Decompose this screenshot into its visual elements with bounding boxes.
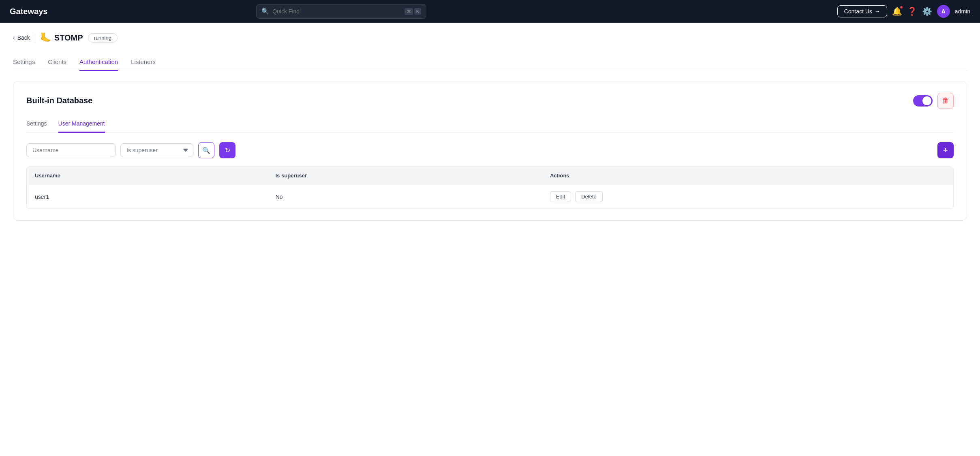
search-bar[interactable]: 🔍 ⌘ K (256, 4, 426, 19)
user-table: Username Is superuser Actions user1 No E… (27, 167, 953, 209)
help-icon[interactable]: ❓ (907, 6, 917, 16)
user-table-wrap: Username Is superuser Actions user1 No E… (26, 166, 954, 209)
col-superuser: Is superuser (267, 167, 542, 185)
trash-icon: 🗑 (942, 96, 949, 105)
admin-label: admin (955, 8, 970, 15)
inner-tab-user-management[interactable]: User Management (58, 117, 105, 133)
main-content: ‹ Back 🦶 STOMP running Settings Clients … (0, 23, 980, 456)
table-row: user1 No Edit Delete (27, 185, 953, 209)
header-divider (35, 33, 35, 43)
topnav: Gateways 🔍 ⌘ K Contact Us → 🔔 ❓ ⚙️ A adm… (0, 0, 980, 23)
search-shortcut: ⌘ K (404, 8, 421, 15)
gateway-name: STOMP (54, 33, 83, 43)
col-username: Username (27, 167, 267, 185)
page-header: ‹ Back 🦶 STOMP running (13, 32, 967, 43)
search-icon: 🔍 (202, 147, 210, 154)
card-header-actions: 🗑 (913, 93, 954, 109)
superuser-filter-select[interactable]: Is superuser Yes No (120, 143, 193, 157)
settings-icon[interactable]: ⚙️ (922, 6, 932, 16)
inner-tabs: Settings User Management (26, 117, 954, 133)
filter-bar: Is superuser Yes No 🔍 ↻ + (26, 142, 954, 158)
table-header-row: Username Is superuser Actions (27, 167, 953, 185)
delete-user-button[interactable]: Delete (575, 191, 603, 202)
app-logo: Gateways (10, 7, 47, 16)
top-tabs: Settings Clients Authentication Listener… (13, 54, 967, 71)
tab-listeners[interactable]: Listeners (131, 54, 156, 71)
stomp-icon: 🦶 (40, 32, 51, 43)
back-button[interactable]: ‹ Back (13, 34, 30, 41)
col-actions: Actions (542, 167, 953, 185)
notification-badge (900, 6, 903, 9)
back-chevron-icon: ‹ (13, 34, 15, 41)
status-badge: running (88, 33, 118, 43)
cell-superuser: No (267, 185, 542, 209)
enable-toggle[interactable] (913, 95, 933, 107)
plus-icon: + (943, 145, 948, 156)
topnav-right: Contact Us → 🔔 ❓ ⚙️ A admin (837, 5, 970, 18)
refresh-icon: ↻ (225, 147, 230, 154)
inner-tab-settings[interactable]: Settings (26, 117, 47, 133)
add-user-button[interactable]: + (937, 142, 954, 158)
username-filter-input[interactable] (26, 143, 116, 157)
cell-actions: Edit Delete (542, 185, 953, 209)
tab-authentication[interactable]: Authentication (79, 54, 118, 71)
search-input[interactable] (272, 8, 401, 15)
avatar[interactable]: A (937, 5, 950, 18)
cell-username: user1 (27, 185, 267, 209)
contact-us-button[interactable]: Contact Us → (837, 5, 887, 17)
notifications-icon[interactable]: 🔔 (892, 6, 902, 16)
gateway-brand: 🦶 STOMP (40, 32, 83, 43)
tab-settings[interactable]: Settings (13, 54, 35, 71)
search-icon: 🔍 (261, 8, 269, 15)
card-title: Built-in Database (26, 96, 92, 105)
refresh-button[interactable]: ↻ (219, 142, 235, 158)
search-button[interactable]: 🔍 (198, 142, 214, 158)
tab-clients[interactable]: Clients (48, 54, 66, 71)
builtin-database-card: Built-in Database 🗑 Settings User Manage… (13, 81, 967, 221)
delete-card-button[interactable]: 🗑 (937, 93, 954, 109)
card-header: Built-in Database 🗑 (26, 93, 954, 109)
edit-user-button[interactable]: Edit (550, 191, 571, 202)
